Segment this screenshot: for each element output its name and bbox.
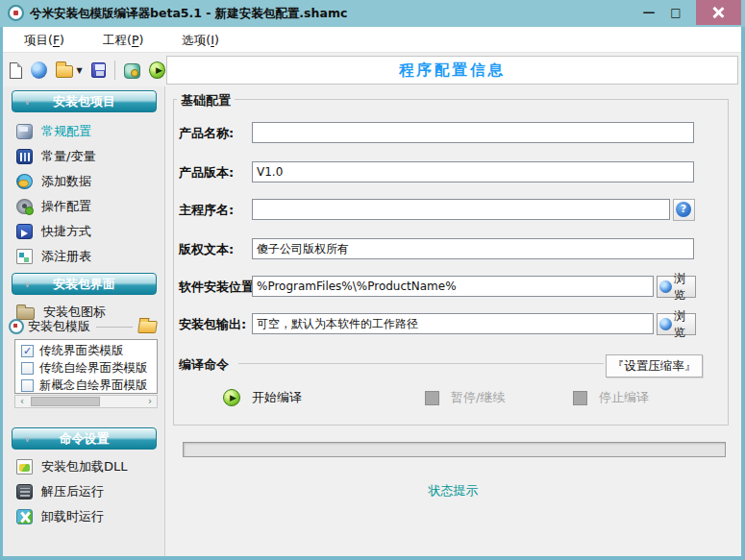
checkbox-unchecked-icon[interactable] bbox=[21, 379, 34, 392]
divider bbox=[96, 327, 133, 328]
scroll-left-icon[interactable]: ‹ bbox=[15, 396, 29, 407]
horizontal-scrollbar[interactable]: ‹ › bbox=[14, 395, 158, 408]
template-option-new-concept[interactable]: 新概念自绘界面模版 bbox=[21, 377, 157, 394]
template-option-traditional[interactable]: ✓ 传统界面类模版 bbox=[21, 342, 157, 359]
add-data-icon bbox=[16, 174, 33, 189]
product-version-input[interactable] bbox=[252, 161, 694, 183]
maximize-button[interactable]: □ bbox=[664, 0, 687, 25]
output-path-input[interactable] bbox=[252, 313, 654, 334]
help-button[interactable]: ? bbox=[673, 199, 695, 221]
save-icon[interactable] bbox=[91, 62, 106, 78]
chevron-down-icon: ∨ bbox=[24, 91, 31, 112]
title-bar[interactable]: 兮米安装包模版编译器beta5.1 - 新建安装包配置.shamc — □ bbox=[0, 0, 745, 27]
close-button[interactable] bbox=[696, 0, 741, 25]
scrollbar-thumb[interactable] bbox=[31, 397, 100, 406]
constants-icon bbox=[16, 149, 33, 164]
copyright-label: 版权文本: bbox=[179, 241, 234, 258]
basic-config-label: 基础配置 bbox=[177, 92, 235, 110]
menu-item-engineering[interactable]: 工程(P) bbox=[91, 27, 155, 53]
sidebar-item-load-dll[interactable]: 安装包加载DLL bbox=[16, 456, 128, 477]
new-document-icon[interactable] bbox=[10, 62, 22, 79]
compile-command-label: 编译命令 bbox=[179, 356, 233, 374]
close-icon bbox=[712, 7, 724, 18]
browse-output-path-button[interactable]: 浏览 bbox=[657, 313, 696, 335]
install-location-input[interactable] bbox=[252, 276, 654, 297]
sidebar-item-general-config[interactable]: 常规配置 bbox=[16, 121, 91, 142]
section-header-command-settings[interactable]: ∨ 命令设置 bbox=[12, 427, 157, 450]
template-list: ✓ 传统界面类模版 传统自绘界面类模版 新概念自绘界面模版 bbox=[14, 339, 158, 394]
chevron-down-icon: ∨ bbox=[24, 274, 31, 295]
operation-config-icon bbox=[16, 199, 33, 214]
template-option-traditional-custom[interactable]: 传统自绘界面类模版 bbox=[21, 359, 157, 377]
page-title: 程序配置信息 bbox=[166, 56, 738, 85]
general-config-icon bbox=[16, 124, 33, 139]
divider bbox=[238, 363, 604, 364]
app-window: 兮米安装包模版编译器beta5.1 - 新建安装包配置.shamc — □ 项目… bbox=[0, 0, 745, 560]
sidebar-item-registry[interactable]: 添注册表 bbox=[16, 246, 91, 267]
product-version-label: 产品版本: bbox=[179, 164, 234, 182]
unzip-run-icon bbox=[16, 484, 33, 499]
minimize-button[interactable]: — bbox=[637, 0, 660, 25]
set-compression-button[interactable]: 『设置压缩率』 bbox=[606, 354, 703, 377]
main-program-label: 主程序名: bbox=[179, 202, 234, 219]
app-icon bbox=[8, 5, 24, 21]
status-text: 状态提示 bbox=[165, 482, 741, 499]
open-dropdown-icon[interactable]: ▼ bbox=[76, 66, 82, 75]
sidebar-item-add-data[interactable]: 添加数据 bbox=[16, 171, 91, 192]
open-template-folder-icon[interactable] bbox=[137, 321, 158, 333]
copyright-input[interactable] bbox=[252, 238, 694, 259]
sidebar-item-run-after-unzip[interactable]: 解压后运行 bbox=[16, 481, 104, 502]
sidebar-item-operation-config[interactable]: 操作配置 bbox=[16, 196, 91, 217]
stop-compile-button[interactable]: 停止编译 bbox=[573, 387, 649, 408]
sidebar-item-run-on-uninstall[interactable]: 卸载时运行 bbox=[16, 506, 104, 527]
install-location-label: 软件安装位置: bbox=[179, 279, 259, 296]
chevron-down-icon: ∨ bbox=[24, 428, 31, 450]
shortcut-icon bbox=[16, 224, 33, 239]
section-header-package-project[interactable]: ∨ 安装包项目 bbox=[12, 90, 157, 112]
toolbar: ▼ ▶ bbox=[3, 54, 165, 86]
menu-item-options[interactable]: 选项(I) bbox=[170, 27, 230, 53]
main-program-input[interactable] bbox=[252, 199, 670, 220]
run-icon[interactable]: ▶ bbox=[149, 61, 165, 79]
sidebar-item-constants-variables[interactable]: 常量/变量 bbox=[16, 146, 95, 167]
output-path-label: 安装包输出: bbox=[179, 316, 246, 333]
template-logo-icon bbox=[9, 319, 24, 334]
section-header-package-interface[interactable]: ∨ 安装包界面 bbox=[12, 273, 157, 295]
sidebar: ∨ 安装包项目 常规配置 常量/变量 添加数据 操作配置 快捷方式 添注册表 bbox=[3, 86, 165, 556]
template-group: 安装包模版 ✓ 传统界面类模版 传统自绘界面类模版 新概念自绘界面模版 bbox=[9, 317, 161, 409]
play-icon: ▶ bbox=[223, 389, 240, 406]
start-compile-button[interactable]: ▶ 开始编译 bbox=[223, 387, 302, 408]
registry-icon bbox=[16, 249, 33, 264]
progress-bar bbox=[183, 442, 726, 457]
product-name-label: 产品名称: bbox=[179, 125, 234, 142]
toolbar-separator bbox=[114, 61, 115, 80]
uninstall-run-icon bbox=[16, 509, 33, 524]
globe-icon bbox=[659, 280, 672, 293]
pause-resume-button[interactable]: 暂停/继续 bbox=[425, 387, 505, 408]
checkbox-unchecked-icon[interactable] bbox=[21, 362, 34, 375]
scroll-right-icon[interactable]: › bbox=[143, 396, 157, 407]
disc-icon[interactable] bbox=[31, 61, 47, 79]
question-icon: ? bbox=[676, 202, 691, 217]
menu-bar: 项目(F) 工程(P) 选项(I) bbox=[3, 27, 741, 53]
template-group-header: 安装包模版 bbox=[9, 317, 161, 336]
sidebar-item-shortcut[interactable]: 快捷方式 bbox=[16, 221, 91, 242]
pause-icon bbox=[425, 391, 439, 405]
compile-icon[interactable] bbox=[124, 63, 140, 79]
browse-install-location-button[interactable]: 浏览 bbox=[657, 276, 696, 298]
open-folder-icon[interactable] bbox=[56, 65, 73, 78]
product-name-input[interactable] bbox=[252, 122, 694, 143]
globe-icon bbox=[659, 318, 672, 330]
checkbox-checked-icon[interactable]: ✓ bbox=[21, 345, 34, 357]
dll-icon bbox=[16, 459, 33, 475]
main-panel: 程序配置信息 基础配置 产品名称: 产品版本: 主程序名: ? 版权文本: 软件… bbox=[165, 54, 741, 556]
window-title: 兮米安装包模版编译器beta5.1 - 新建安装包配置.shamc bbox=[30, 0, 347, 27]
stop-icon bbox=[573, 391, 587, 405]
template-group-label: 安装包模版 bbox=[28, 318, 90, 335]
menu-item-project[interactable]: 项目(F) bbox=[12, 27, 76, 53]
